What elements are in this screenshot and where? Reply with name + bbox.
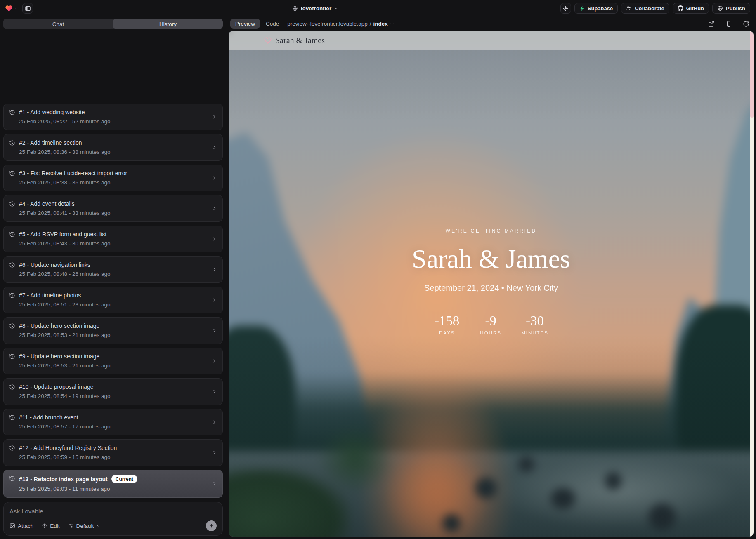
edit-button[interactable]: Edit: [42, 523, 59, 529]
countdown-value: -158: [434, 313, 460, 329]
publish-label: Publish: [726, 5, 745, 12]
history-item-body: #12 - Add Honeyfund Registry Section 25 …: [19, 445, 211, 460]
collaborate-button[interactable]: Collaborate: [621, 3, 669, 14]
hero-eyebrow: WE'RE GETTING MARRIED: [446, 228, 537, 234]
edit-label: Edit: [50, 523, 59, 529]
tab-code[interactable]: Code: [266, 21, 279, 27]
attach-button[interactable]: Attach: [9, 523, 33, 529]
history-icon: [9, 475, 15, 482]
countdown: -158 DAYS -9 HOURS -30 MINUTES: [434, 313, 548, 335]
arrow-up-icon: [209, 523, 214, 529]
composer: Attach Edit: [3, 502, 223, 536]
chevron-down-icon: [334, 6, 338, 10]
history-item-title: #2 - Add timeline section: [19, 139, 82, 146]
ask-lovable-input[interactable]: [9, 508, 217, 515]
history-item[interactable]: #3 - Fix: Resolve Lucide-react import er…: [3, 165, 223, 191]
history-item[interactable]: #7 - Add timeline photos 25 Feb 2025, 08…: [3, 287, 223, 313]
hero-subtitle: September 21, 2024 • New York City: [424, 283, 558, 293]
history-icon: [9, 353, 15, 360]
publish-button[interactable]: Publish: [712, 3, 750, 14]
chevron-right-icon: [211, 388, 217, 395]
history-item-body: #7 - Add timeline photos 25 Feb 2025, 08…: [19, 292, 211, 308]
chevron-right-icon: [211, 419, 217, 425]
chevron-right-icon: [211, 480, 217, 487]
refresh-icon[interactable]: [743, 21, 749, 27]
users-icon: [626, 5, 632, 11]
history-item-title: #13 - Refactor index page layout: [19, 476, 108, 483]
tab-history[interactable]: History: [113, 19, 223, 29]
panel-left-icon: [25, 5, 31, 12]
composer-toolbar: Attach Edit: [9, 520, 217, 531]
preview-url-separator: /: [370, 21, 371, 27]
history-item[interactable]: #5 - Add RSVP form and guest list 25 Feb…: [3, 226, 223, 252]
preview-url[interactable]: preview--lovefrontier.lovable.app / inde…: [287, 21, 394, 27]
focus-icon: [42, 523, 47, 529]
history-item-body: #2 - Add timeline section 25 Feb 2025, 0…: [19, 139, 211, 155]
site-scrollbar-thumb[interactable]: [750, 31, 754, 118]
site-scrollbar[interactable]: [750, 31, 754, 537]
project-selector[interactable]: lovefrontier: [292, 5, 338, 12]
hero-section: WE'RE GETTING MARRIED Sarah & James Sept…: [229, 31, 754, 537]
supabase-button[interactable]: Supabase: [574, 3, 618, 14]
history-item-body: #11 - Add brunch event 25 Feb 2025, 08:5…: [19, 414, 211, 430]
history-item[interactable]: #1 - Add wedding website 25 Feb 2025, 08…: [3, 104, 223, 130]
chevron-right-icon: [211, 266, 217, 273]
history-item[interactable]: #6 - Update navigation links 25 Feb 2025…: [3, 256, 223, 283]
history-item-meta: 25 Feb 2025, 08:53 - 21 minutes ago: [19, 362, 211, 369]
chat-history-tabs: Chat History: [3, 19, 223, 29]
mode-select[interactable]: Default: [68, 523, 101, 529]
countdown-item: -158 DAYS: [434, 313, 460, 335]
github-label: GitHub: [686, 5, 704, 12]
preview-toolbar: Preview Code preview--lovefrontier.lovab…: [226, 16, 756, 31]
mode-label: Default: [76, 523, 94, 529]
current-badge: Current: [111, 475, 137, 483]
history-item-meta: 25 Feb 2025, 08:36 - 38 minutes ago: [19, 149, 211, 155]
history-item[interactable]: #9 - Update hero section image 25 Feb 20…: [3, 348, 223, 374]
countdown-label: HOURS: [477, 330, 504, 335]
history-item-body: #5 - Add RSVP form and guest list 25 Feb…: [19, 231, 211, 247]
history-item[interactable]: #13 - Refactor index page layout Current…: [3, 470, 223, 498]
history-item-meta: 25 Feb 2025, 08:48 - 26 minutes ago: [19, 271, 211, 277]
topbar-left: [0, 3, 33, 14]
history-item[interactable]: #4 - Add event details 25 Feb 2025, 08:4…: [3, 195, 223, 222]
chevron-right-icon: [211, 236, 217, 242]
chevron-right-icon: [211, 175, 217, 181]
history-item[interactable]: #10 - Update proposal image 25 Feb 2025,…: [3, 378, 223, 405]
history-item[interactable]: #8 - Update hero section image 25 Feb 20…: [3, 317, 223, 344]
history-item-title: #6 - Update navigation links: [19, 261, 90, 268]
history-item-meta: 25 Feb 2025, 08:53 - 21 minutes ago: [19, 332, 211, 338]
chevron-down-icon: [390, 22, 394, 26]
send-button[interactable]: [206, 520, 217, 531]
history-item-meta: 25 Feb 2025, 08:59 - 15 minutes ago: [19, 454, 211, 460]
history-item-title: #11 - Add brunch event: [19, 414, 78, 421]
history-icon: [9, 445, 15, 451]
tab-preview[interactable]: Preview: [230, 19, 260, 29]
history-item-title: #9 - Update hero section image: [19, 353, 99, 360]
chevron-right-icon: [211, 144, 217, 151]
settings-button[interactable]: [560, 3, 571, 14]
history-icon: [9, 140, 15, 146]
github-button[interactable]: GitHub: [673, 3, 709, 14]
history-item[interactable]: #12 - Add Honeyfund Registry Section 25 …: [3, 439, 223, 466]
history-icon: [9, 414, 15, 421]
lovable-heart-icon: [5, 5, 13, 12]
project-name: lovefrontier: [301, 5, 331, 12]
history-item-meta: 25 Feb 2025, 08:22 - 52 minutes ago: [19, 118, 211, 125]
smartphone-icon[interactable]: [725, 21, 732, 27]
toggle-sidebar-button[interactable]: [22, 3, 33, 14]
history-item-meta: 25 Feb 2025, 08:41 - 33 minutes ago: [19, 210, 211, 216]
history-item[interactable]: #2 - Add timeline section 25 Feb 2025, 0…: [3, 134, 223, 161]
tab-chat[interactable]: Chat: [3, 19, 113, 29]
history-item-title: #7 - Add timeline photos: [19, 292, 81, 299]
countdown-value: -30: [521, 313, 548, 329]
lovable-logo-menu[interactable]: [5, 5, 18, 12]
open-external-icon[interactable]: [708, 21, 715, 27]
globe-icon: [717, 5, 723, 11]
countdown-item: -30 MINUTES: [521, 313, 548, 335]
history-item[interactable]: #11 - Add brunch event 25 Feb 2025, 08:5…: [3, 409, 223, 435]
hero-title: Sarah & James: [412, 244, 570, 274]
history-item-title: #8 - Update hero section image: [19, 322, 99, 329]
chevron-right-icon: [211, 450, 217, 456]
top-bar: lovefrontier Supabase: [0, 0, 756, 16]
chevron-right-icon: [211, 327, 217, 334]
